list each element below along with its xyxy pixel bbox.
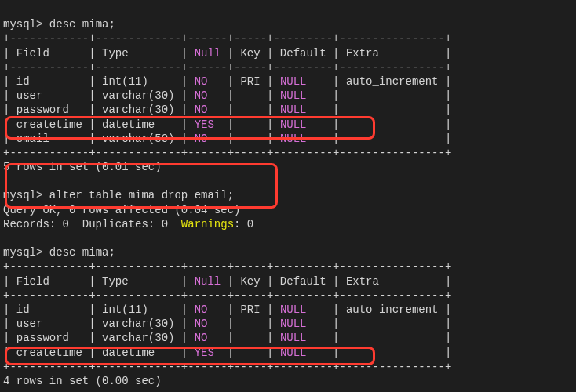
table-border: +------------+-------------+------+-----… <box>3 260 451 273</box>
result-summary: 4 rows in set (0.00 sec) <box>3 375 162 387</box>
result-summary: 5 rows in set (0.01 sec) <box>3 161 162 173</box>
table-row: | createtime | datetime | YES | | NULL |… <box>3 347 451 359</box>
table-border: +------------+-------------+------+-----… <box>3 61 451 74</box>
table-row: | id | int(11) | NO | PRI | NULL | auto_… <box>3 75 451 88</box>
mysql-prompt: mysql> <box>3 189 42 201</box>
command-desc2: desc mima; <box>49 246 115 259</box>
table-border: +------------+-------------+------+-----… <box>3 32 451 45</box>
table-border: +------------+-------------+------+-----… <box>3 147 451 159</box>
table-header: | Field | Type | Null | Key | Default | … <box>3 47 451 60</box>
table-header: | Field | Type | Null | Key | Default | … <box>3 275 451 288</box>
table-row: | email | varchar(50) | NO | | NULL | | <box>3 132 451 145</box>
command-alter: alter table mima drop email; <box>49 189 234 201</box>
terminal-output: mysql> desc mima; +------------+--------… <box>3 3 573 392</box>
mysql-prompt: mysql> <box>3 246 42 259</box>
table-row: | createtime | datetime | YES | | NULL |… <box>3 118 451 131</box>
table-row: | password | varchar(30) | NO | | NULL |… <box>3 103 451 116</box>
table-row: | user | varchar(30) | NO | | NULL | | <box>3 89 451 102</box>
query-ok: Query OK, 0 rows affected (0.04 sec) <box>3 204 240 216</box>
mysql-prompt: mysql> <box>3 18 42 31</box>
table-border: +------------+-------------+------+-----… <box>3 361 451 373</box>
table-row: | id | int(11) | NO | PRI | NULL | auto_… <box>3 303 451 316</box>
command-desc1: desc mima; <box>49 18 115 31</box>
table-row: | password | varchar(30) | NO | | NULL |… <box>3 332 451 344</box>
table-row: | user | varchar(30) | NO | | NULL | | <box>3 318 451 330</box>
table-border: +------------+-------------+------+-----… <box>3 289 451 302</box>
records-line: Records: 0 Duplicates: 0 Warnings: 0 <box>3 218 253 230</box>
